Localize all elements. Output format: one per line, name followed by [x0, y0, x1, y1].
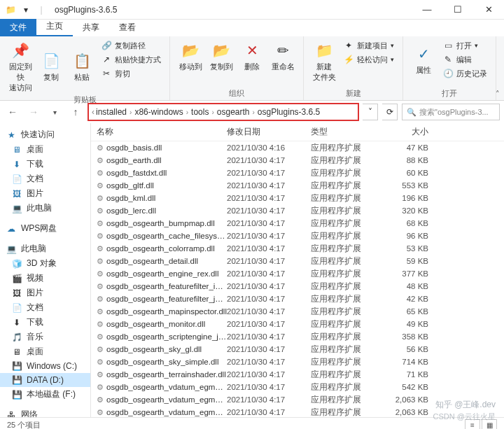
delete-button[interactable]: ✕删除 — [237, 39, 267, 73]
file-size: 542 KB — [381, 383, 437, 391]
sidebar-item[interactable]: 💻此电脑 — [0, 201, 90, 216]
col-type[interactable]: 类型 — [311, 126, 381, 138]
cut-button[interactable]: ✂剪切 — [98, 67, 164, 80]
sidebar-item[interactable]: 💾Windows (C:) — [0, 359, 90, 373]
file-row[interactable]: ⚙osgdb_osgearth_featurefilter_join.dll20… — [91, 293, 504, 305]
forward-button[interactable]: → — [25, 104, 42, 120]
move-to-button[interactable]: 📂移动到 — [176, 39, 205, 73]
copy-button[interactable]: 📄复制 — [36, 39, 66, 94]
sidebar-item[interactable]: 📄文档 — [0, 300, 90, 315]
file-row[interactable]: ⚙osgdb_osgearth_detail.dll2021/10/30 4:1… — [91, 255, 504, 267]
col-name[interactable]: 名称 — [94, 126, 227, 138]
file-row[interactable]: ⚙osgdb_osgearth_engine_rex.dll2021/10/30… — [91, 267, 504, 280]
file-row[interactable]: ⚙osgdb_osgearth_sky_gl.dll2021/10/30 4:1… — [91, 343, 504, 356]
properties-button[interactable]: ✓属性 — [409, 39, 438, 80]
sidebar-wps[interactable]: ☁WPS网盘 — [0, 221, 90, 236]
tab-home[interactable]: 主页 — [36, 17, 73, 36]
up-button[interactable]: ↑ — [67, 104, 84, 120]
ribbon-collapse-icon[interactable]: ˄ — [496, 90, 500, 99]
pin-button[interactable]: 📌固定到快 速访问 — [6, 39, 35, 94]
paste-shortcut-button[interactable]: ↗粘贴快捷方式 — [98, 53, 164, 66]
sidebar-item[interactable]: 💾本地磁盘 (F:) — [0, 387, 90, 402]
qat-dropdown-icon[interactable]: ▾ — [20, 3, 32, 16]
search-input[interactable]: 🔍搜索"osgPlugins-3... — [402, 104, 500, 120]
refresh-button[interactable]: ⟳ — [382, 104, 398, 120]
minimize-button[interactable]: — — [412, 0, 442, 20]
sidebar-quick-access[interactable]: ★快速访问 — [0, 127, 90, 142]
new-item-button[interactable]: ✦新建项目▾ — [340, 39, 397, 52]
file-row[interactable]: ⚙osgdb_basis.dll2021/10/30 4:16应用程序扩展47 … — [91, 141, 504, 154]
file-row[interactable]: ⚙osgdb_osgearth_vdatum_egm84.dll2021/10/… — [91, 381, 504, 393]
easy-access-button[interactable]: ⚡轻松访问▾ — [340, 53, 397, 66]
file-row[interactable]: ⚙osgdb_earth.dll2021/10/30 4:17应用程序扩展88 … — [91, 154, 504, 167]
sidebar-item[interactable]: ⬇下载 — [0, 315, 90, 330]
file-date: 2021/10/30 4:17 — [227, 269, 311, 278]
sidebar-this-pc[interactable]: 💻此电脑 — [0, 241, 90, 256]
tab-view[interactable]: 查看 — [109, 19, 146, 36]
crumb[interactable]: tools — [190, 107, 210, 117]
chevron-right-icon[interactable]: › — [210, 108, 215, 116]
file-row[interactable]: ⚙osgdb_osgearth_colorramp.dll2021/10/30 … — [91, 242, 504, 255]
file-row[interactable]: ⚙osgdb_osgearth_cache_filesystem.dll2021… — [91, 230, 504, 242]
address-dropdown[interactable]: ˅ — [363, 104, 378, 120]
edit-button[interactable]: ✎编辑 — [440, 53, 490, 66]
copy-to-button[interactable]: 📂复制到 — [206, 39, 236, 73]
file-row[interactable]: ⚙osgdb_osgearth_monitor.dll2021/10/30 4:… — [91, 318, 504, 330]
maximize-button[interactable]: ☐ — [442, 0, 473, 20]
file-type: 应用程序扩展 — [311, 281, 381, 292]
sidebar-item[interactable]: 📄文档 — [0, 171, 90, 186]
sidebar-item[interactable]: 🖼图片 — [0, 186, 90, 201]
recent-dropdown[interactable]: ▾ — [46, 104, 63, 120]
sidebar-item[interactable]: 🧊3D 对象 — [0, 256, 90, 271]
crumb[interactable]: osgPlugins-3.6.5 — [256, 107, 321, 117]
col-size[interactable]: 大小 — [381, 126, 437, 138]
file-row[interactable]: ⚙osgdb_osgearth_sky_simple.dll2021/10/30… — [91, 356, 504, 368]
open-button[interactable]: ▭打开▾ — [440, 39, 490, 52]
desktop-icon: 🖥 — [11, 144, 22, 155]
chevron-right-icon[interactable]: › — [128, 108, 133, 116]
chevron-right-icon[interactable]: › — [185, 108, 190, 116]
file-date: 2021/10/30 4:17 — [227, 206, 311, 215]
file-name: osgdb_osgearth_sky_gl.dll — [106, 345, 227, 353]
crumb[interactable]: osgearth — [216, 107, 251, 117]
file-row[interactable]: ⚙osgdb_lerc.dll2021/10/30 4:17应用程序扩展320 … — [91, 204, 504, 217]
paste-button[interactable]: 📋粘贴 — [67, 39, 97, 94]
view-large-button[interactable]: ▦ — [482, 419, 497, 430]
col-date[interactable]: 修改日期 — [227, 126, 311, 138]
file-type: 应用程序扩展 — [311, 193, 381, 204]
sidebar-item[interactable]: 🎬视频 — [0, 271, 90, 286]
file-row[interactable]: ⚙osgdb_osgearth_mapinspector.dll2021/10/… — [91, 305, 504, 318]
address-bar[interactable]: ‹ installed› x86-windows› tools› osgeart… — [88, 104, 358, 120]
sidebar-item[interactable]: 🎵音乐 — [0, 330, 90, 344]
file-row[interactable]: ⚙osgdb_osgearth_scriptengine_javascr...2… — [91, 330, 504, 343]
new-folder-button[interactable]: 📁新建 文件夹 — [309, 39, 339, 84]
back-button[interactable]: ← — [4, 104, 21, 120]
sidebar-item[interactable]: 🖥桌面 — [0, 344, 90, 359]
sidebar-item[interactable]: 💾DATA (D:) — [0, 373, 90, 387]
crumb[interactable]: x86-windows — [133, 107, 184, 117]
dll-file-icon: ⚙ — [94, 180, 106, 191]
file-row[interactable]: ⚙osgdb_kml.dll2021/10/30 4:17应用程序扩展196 K… — [91, 192, 504, 204]
copy-path-button[interactable]: 🔗复制路径 — [98, 39, 164, 52]
sidebar-item[interactable]: 🖼图片 — [0, 286, 90, 300]
chevron-right-icon[interactable]: › — [251, 108, 256, 116]
rename-button[interactable]: ✏重命名 — [268, 39, 298, 73]
file-row[interactable]: ⚙osgdb_osgearth_terrainshader.dll2021/10… — [91, 368, 504, 381]
sidebar-item[interactable]: 🖥桌面 — [0, 142, 90, 157]
file-row[interactable]: ⚙osgdb_osgearth_featurefilter_intersec..… — [91, 280, 504, 293]
file-row[interactable]: ⚙osgdb_osgearth_vdatum_egm96.dll2021/10/… — [91, 393, 504, 406]
file-row[interactable]: ⚙osgdb_osgearth_vdatum_egm2008.dll2021/1… — [91, 406, 504, 417]
sidebar-network[interactable]: 🖧网络 — [0, 407, 90, 417]
close-button[interactable]: ✕ — [473, 0, 504, 20]
tab-share[interactable]: 共享 — [73, 19, 109, 36]
file-row[interactable]: ⚙osgdb_gltf.dll2021/10/30 4:17应用程序扩展553 … — [91, 179, 504, 192]
dll-file-icon: ⚙ — [94, 293, 106, 304]
file-row[interactable]: ⚙osgdb_osgearth_bumpmap.dll2021/10/30 4:… — [91, 217, 504, 230]
crumb[interactable]: installed — [94, 107, 128, 117]
file-row[interactable]: ⚙osgdb_fastdxt.dll2021/10/30 4:17应用程序扩展6… — [91, 167, 504, 179]
tab-file[interactable]: 文件 — [0, 19, 36, 36]
history-button[interactable]: 🕘历史记录 — [440, 67, 490, 80]
file-date: 2021/10/30 4:17 — [227, 370, 311, 379]
sidebar-item[interactable]: ⬇下载 — [0, 157, 90, 171]
view-details-button[interactable]: ≡ — [465, 419, 480, 430]
